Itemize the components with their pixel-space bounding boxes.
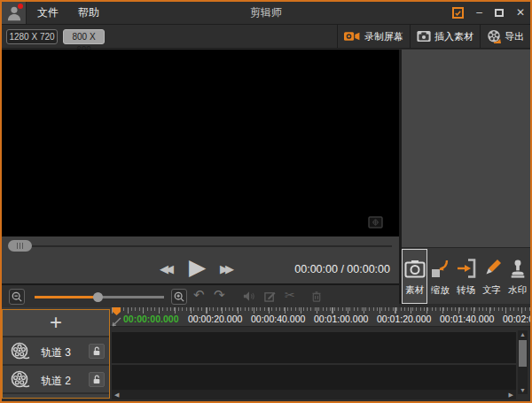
insert-media-label: 插入素材 (434, 30, 473, 43)
track-row-2[interactable]: 轨道 2 (3, 366, 109, 394)
scroll-down-button[interactable]: ▼ (520, 387, 526, 393)
time-display: 00:00:00 / 00:00:00 (294, 263, 390, 275)
insert-media-icon (417, 30, 431, 43)
user-avatar[interactable] (2, 2, 27, 24)
undo-button[interactable]: ↶ (193, 287, 205, 303)
tab-text-label: 文字 (482, 284, 501, 297)
horizontal-scrollbar[interactable]: ◀ ▶ (112, 390, 516, 399)
ruler-label: 00:00:20.000 (188, 314, 242, 324)
minimize-button[interactable]: – (476, 2, 482, 24)
close-button[interactable]: ✕ (516, 2, 525, 24)
scroll-right-button[interactable]: ▶ (509, 391, 513, 399)
add-track-button[interactable]: + (3, 310, 109, 337)
ruler-label: 00:00:40.000 (251, 314, 305, 324)
export-button[interactable]: 导出 (480, 25, 530, 48)
editor-window: 文件 帮助 剪辑师 – ✕ 1280 X 720 800 X 600 录制屏幕 (0, 0, 532, 403)
unlock-icon (92, 346, 101, 356)
rewind-button[interactable]: ◀◀ (160, 262, 170, 275)
export-reel-icon (487, 29, 501, 43)
seek-bar (2, 236, 399, 256)
media-list-panel[interactable] (402, 50, 530, 247)
zoom-out-button[interactable] (9, 289, 25, 305)
upgrade-icon[interactable] (452, 7, 464, 19)
ruler-label: 00:02:0 (503, 314, 532, 324)
zoom-slider-track (98, 296, 164, 298)
edit-clip-icon (264, 291, 276, 302)
title-bar: 文件 帮助 剪辑师 – ✕ (2, 2, 530, 24)
watermark-stamp-icon (508, 255, 528, 282)
timeline-zoom-slider[interactable] (35, 296, 164, 298)
v-scroll-thumb[interactable] (519, 340, 527, 367)
zoom-out-icon (12, 291, 22, 302)
fast-forward-button[interactable]: ▶▶ (220, 262, 231, 275)
delete-button[interactable] (311, 290, 322, 306)
record-screen-label: 录制屏幕 (364, 30, 403, 43)
ruler-label: 00:01:40.000 (440, 314, 494, 324)
timeline-toolbar: ↶ ↷ ✂ (2, 283, 399, 307)
edit-clip-button[interactable] (264, 290, 276, 306)
text-pencil-icon (481, 255, 503, 282)
zoom-in-icon (174, 291, 184, 302)
sidebar-tabbar: 素材 缩放 转场 (402, 247, 530, 304)
record-screen-button[interactable]: 录制屏幕 (337, 25, 410, 48)
vertical-scrollbar[interactable]: ▲ ▼ (518, 330, 528, 394)
insert-media-button[interactable]: 插入素材 (410, 25, 480, 48)
tab-transition[interactable]: 转场 (453, 249, 479, 304)
notification-dot (18, 4, 23, 9)
redo-button[interactable]: ↷ (214, 287, 225, 303)
mute-button[interactable] (243, 290, 255, 306)
unlock-icon (92, 375, 101, 384)
fullscreen-button[interactable] (368, 216, 383, 232)
ruler-label: 00:01:20.000 (377, 314, 431, 324)
track-lane-3[interactable] (112, 332, 516, 363)
track-list-panel: + 轨道 3 (2, 309, 110, 399)
speaker-icon (243, 291, 255, 302)
record-screen-icon (344, 30, 361, 43)
transport-controls: ◀◀ ▶ ▶▶ 00:00:00 / 00:00:00 (2, 256, 399, 283)
scroll-up-button[interactable]: ▲ (520, 331, 526, 337)
export-label: 导出 (505, 30, 524, 43)
resolution-button-1280x720[interactable]: 1280 X 720 (6, 29, 58, 44)
seek-track[interactable] (32, 245, 392, 247)
toolbar-actions: 录制屏幕 插入素材 (337, 25, 530, 48)
transition-icon (456, 255, 477, 282)
track-lock-button[interactable] (89, 372, 105, 387)
zoom-slider-handle[interactable] (93, 292, 103, 302)
window-controls: – ✕ (452, 2, 525, 24)
menu-item-help[interactable]: 帮助 (76, 5, 101, 20)
tab-zoom-label: 缩放 (431, 284, 450, 297)
play-button[interactable]: ▶ (189, 254, 206, 280)
current-time-label: 00:00:00.000 (123, 314, 178, 324)
seek-handle[interactable] (8, 240, 32, 252)
tab-watermark[interactable]: 水印 (505, 249, 530, 304)
track-lock-button[interactable] (89, 344, 105, 359)
maximize-button[interactable] (495, 9, 504, 17)
menu-item-file[interactable]: 文件 (35, 5, 60, 20)
fullscreen-icon (368, 216, 383, 229)
ruler-label: 00:01:00.000 (314, 314, 368, 324)
preview-screen (2, 50, 399, 236)
tab-zoom[interactable]: 缩放 (427, 249, 453, 304)
ruler-major-ticks (112, 307, 530, 314)
zoom-in-button[interactable] (171, 289, 187, 305)
tab-media[interactable]: 素材 (402, 249, 427, 304)
tab-transition-label: 转场 (457, 284, 475, 297)
main-toolbar: 1280 X 720 800 X 600 录制屏幕 插入素材 (2, 24, 530, 49)
trash-icon (311, 291, 322, 302)
cut-button[interactable]: ✂ (285, 288, 295, 302)
tab-text[interactable]: 文字 (479, 249, 505, 304)
media-camera-icon (404, 255, 426, 282)
playhead-marker[interactable] (113, 307, 121, 315)
tab-watermark-label: 水印 (508, 284, 527, 297)
resolution-button-800x600[interactable]: 800 X 600 (63, 29, 105, 44)
scroll-left-button[interactable]: ◀ (114, 391, 119, 399)
tab-media-label: 素材 (405, 284, 424, 297)
zoom-pan-icon (430, 255, 451, 282)
zoom-slider-fill (35, 296, 98, 298)
menu-bar: 文件 帮助 (35, 2, 101, 24)
track-row-3[interactable]: 轨道 3 (3, 337, 109, 366)
